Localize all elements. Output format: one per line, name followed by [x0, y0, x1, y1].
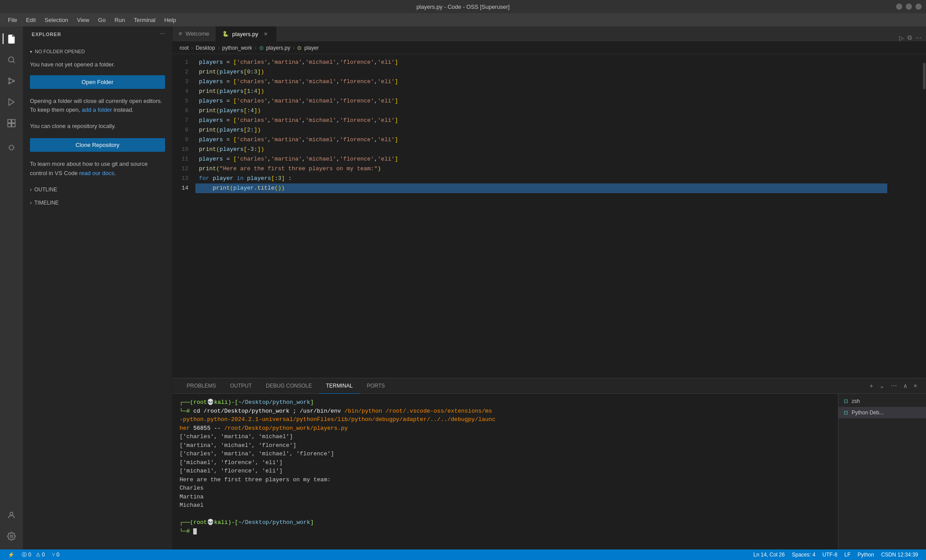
svg-rect-11: [8, 124, 11, 127]
terminal-more-actions-button[interactable]: ⋯: [889, 381, 899, 390]
line-num-3: 3: [173, 77, 195, 87]
terminal-command-cont-2: her: [180, 425, 190, 432]
indentation-indicator[interactable]: Spaces: 4: [788, 549, 819, 560]
terminal-output-line-6: Here are the first three players on my t…: [180, 476, 331, 483]
menu-edit[interactable]: Edit: [22, 15, 39, 25]
code-line-13[interactable]: for player in players[:3] :: [195, 174, 887, 183]
breadcrumb: root › Desktop › python_work › ⊙ players…: [173, 42, 926, 54]
test-activity-icon[interactable]: [3, 140, 20, 157]
terminal-tab-zsh[interactable]: ⊡ zsh: [838, 395, 926, 407]
tab-players-py[interactable]: 🐍 players.py ×: [216, 26, 276, 41]
code-line-5[interactable]: players = ['charles','martina','michael'…: [195, 96, 887, 106]
timeline-section: › TIMELINE: [30, 198, 165, 208]
panel-tab-actions: + ⌄ ⋯ ∧ ×: [868, 381, 919, 390]
breadcrumb-desktop[interactable]: Desktop: [196, 45, 215, 51]
terminal-command-file: /root/Desktop/python_work/players.py: [224, 425, 348, 432]
line-ending-indicator[interactable]: LF: [841, 549, 854, 560]
source-control-activity-icon[interactable]: [3, 72, 20, 90]
menu-help[interactable]: Help: [161, 15, 180, 25]
language-mode-indicator[interactable]: Python: [854, 549, 878, 560]
split-editor-button[interactable]: ⧉: [908, 34, 912, 41]
account-activity-icon[interactable]: [3, 506, 20, 524]
menu-terminal[interactable]: Terminal: [130, 15, 159, 25]
breadcrumb-player[interactable]: player: [304, 45, 319, 51]
add-folder-link[interactable]: add a folder: [82, 106, 112, 113]
menu-file[interactable]: File: [4, 15, 21, 25]
tab-output[interactable]: OUTPUT: [223, 378, 259, 394]
code-line-10[interactable]: print(players[-3:]): [195, 145, 887, 154]
players-py-tab-label: players.py: [232, 31, 258, 37]
line-num-13: 13: [173, 174, 195, 183]
terminal-chevron-down-icon[interactable]: ⌄: [878, 381, 886, 390]
code-line-12[interactable]: print("Here are the first three players …: [195, 164, 887, 174]
vertical-scrollbar[interactable]: [922, 54, 926, 378]
menu-view[interactable]: View: [73, 15, 93, 25]
git-sync-indicator[interactable]: ⑂ 0: [48, 549, 63, 560]
terminal-command-cd: cd /root/Desktop/python_work ; /usr/bin/…: [193, 408, 344, 414]
editor-area: ≡ Welcome 🐍 players.py × ▷ ⧉ ⋯ root › De…: [173, 26, 926, 549]
timeline-label: TIMELINE: [34, 200, 59, 206]
code-line-14[interactable]: print(player.title()): [195, 183, 887, 193]
code-line-6[interactable]: print(players[:4]): [195, 106, 887, 116]
line-num-12: 12: [173, 164, 195, 174]
run-code-button[interactable]: ▷: [899, 34, 904, 41]
more-actions-button[interactable]: ⋯: [915, 34, 922, 41]
extensions-activity-icon[interactable]: [3, 114, 20, 132]
terminal-skull-icon-2: 💀: [207, 519, 214, 526]
tab-problems[interactable]: PROBLEMS: [180, 378, 223, 394]
line-num-7: 7: [173, 116, 195, 125]
settings-activity-icon[interactable]: [3, 527, 20, 545]
code-line-1[interactable]: players = ['charles','martina','michael'…: [195, 58, 887, 67]
menu-go[interactable]: Go: [95, 15, 109, 25]
terminal-tab-python-debug[interactable]: ⊡ Python Deb...: [838, 407, 926, 418]
read-docs-link[interactable]: read our docs: [79, 170, 114, 176]
code-line-4[interactable]: print(players[1:4]): [195, 87, 887, 96]
line-num-5: 5: [173, 96, 195, 106]
terminal-prompt2-icon: ┌──(: [180, 519, 193, 526]
terminal-output-line-4: ['michael', 'florence', 'eli']: [180, 459, 283, 466]
tab-close-button[interactable]: ×: [262, 30, 270, 38]
svg-rect-9: [8, 120, 11, 123]
terminal-content[interactable]: ┌──(root💀kali)-[~/Desktop/python_work] └…: [173, 394, 838, 549]
breadcrumb-file-icon: ⊙: [259, 45, 264, 51]
code-line-9[interactable]: players = ['charles','martina','michael'…: [195, 135, 887, 145]
encoding-indicator[interactable]: UTF-8: [819, 549, 841, 560]
scrollbar-thumb[interactable]: [923, 63, 926, 89]
outline-header[interactable]: › OUTLINE: [30, 185, 165, 194]
breadcrumb-python-work[interactable]: python_work: [222, 45, 252, 51]
new-terminal-button[interactable]: +: [868, 381, 875, 390]
tab-debug-console[interactable]: DEBUG CONSOLE: [259, 378, 319, 394]
timeline-header[interactable]: › TIMELINE: [30, 198, 165, 208]
line-num-11: 11: [173, 154, 195, 164]
maximize-button[interactable]: [906, 4, 912, 10]
minimize-button[interactable]: [896, 4, 902, 10]
code-line-2[interactable]: print(players[0:3]): [195, 67, 887, 77]
new-file-icon[interactable]: ⋯: [160, 31, 165, 37]
open-folder-button[interactable]: Open Folder: [30, 75, 165, 89]
problems-indicator[interactable]: ⓪ 0 ⚠ 0: [18, 549, 48, 560]
remote-indicator[interactable]: ⚡: [4, 549, 18, 560]
search-activity-icon[interactable]: [3, 51, 20, 69]
panel-close-button[interactable]: ×: [912, 381, 919, 390]
code-line-8[interactable]: print(players[2:]): [195, 125, 887, 135]
tab-welcome[interactable]: ≡ Welcome: [173, 26, 216, 41]
tab-ports[interactable]: PORTS: [360, 378, 392, 394]
terminal-output-line-3: ['charles', 'martina', 'michael', 'flore…: [180, 450, 334, 457]
explorer-activity-icon[interactable]: [3, 30, 20, 48]
panel-maximize-button[interactable]: ∧: [901, 381, 909, 390]
clone-repository-button[interactable]: Clone Repository: [30, 138, 165, 152]
menu-selection[interactable]: Selection: [41, 15, 71, 25]
code-line-11[interactable]: players = ['charles','martina','michael'…: [195, 154, 887, 164]
breadcrumb-players-py[interactable]: players.py: [266, 45, 290, 51]
time-indicator: CSDN 12:34:39: [878, 549, 922, 560]
menu-run[interactable]: Run: [111, 15, 129, 25]
code-content[interactable]: players = ['charles','martina','michael'…: [195, 54, 887, 378]
code-line-7[interactable]: players = ['charles','martina','michael'…: [195, 116, 887, 125]
close-button[interactable]: [915, 4, 922, 10]
cursor-position-indicator[interactable]: Ln 14, Col 26: [750, 549, 788, 560]
run-debug-activity-icon[interactable]: [3, 93, 20, 111]
breadcrumb-root[interactable]: root: [180, 45, 189, 51]
tab-terminal[interactable]: TERMINAL: [319, 378, 360, 394]
code-line-3[interactable]: players = ['charles','martina','michael'…: [195, 77, 887, 87]
status-bar-left: ⚡ ⓪ 0 ⚠ 0 ⑂ 0: [4, 549, 63, 560]
